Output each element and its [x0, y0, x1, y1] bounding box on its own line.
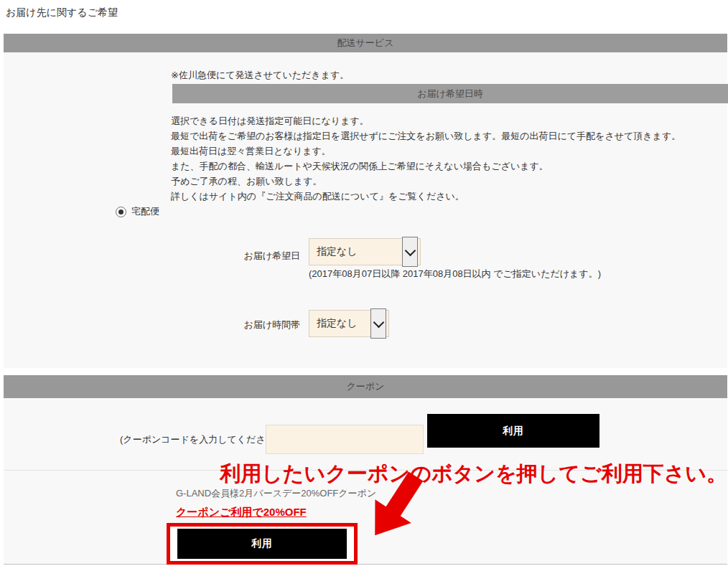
- delivery-datetime-header: お届け希望日時: [172, 84, 728, 103]
- coupon-code-input[interactable]: [266, 425, 424, 454]
- coupon-button-highlight-frame: 利用: [167, 523, 358, 565]
- info-line: また、手配の都合、輸送ルートや天候状況の関係上ご希望にそえない場合もございます。: [171, 159, 681, 174]
- coupon-name: G-LAND会員様2月バースデー20%OFFクーポン: [176, 487, 376, 500]
- delivery-time-select-value: 指定なし: [317, 317, 358, 330]
- coupon-instruction-text: 利用したいクーポンのボタンを押してご利用下さい。: [220, 460, 727, 489]
- delivery-date-select[interactable]: 指定なし: [309, 238, 421, 265]
- info-line: 最短出荷日は翌々営業日となります。: [171, 143, 681, 159]
- info-line: 詳しくはサイト内の『ご注文商品の配送について』をご覧ください。: [171, 189, 681, 204]
- delivery-method-label: 宅配便: [131, 205, 159, 218]
- delivery-time-select[interactable]: 指定なし: [309, 310, 389, 337]
- delivery-method-option[interactable]: 宅配便: [116, 205, 159, 218]
- carrier-note: ※佐川急便にて発送させていただきます。: [171, 69, 349, 82]
- radio-selected-icon[interactable]: [116, 207, 126, 217]
- delivery-date-select-value: 指定なし: [317, 245, 358, 258]
- info-line: 最短で出荷をご希望のお客様は指定日を選択せずにご注文をお願い致します。最短の出荷…: [171, 128, 681, 143]
- select-arrow-button[interactable]: [402, 237, 418, 267]
- chevron-down-icon: [404, 245, 416, 256]
- use-coupon-code-button[interactable]: 利用: [427, 414, 599, 448]
- info-line: 選択できる日付は発送指定可能日になります。: [171, 113, 681, 128]
- select-arrow-button[interactable]: [370, 308, 386, 339]
- delivery-time-label: お届け時間帯: [214, 319, 300, 331]
- delivery-info-text: 選択できる日付は発送指定可能日になります。 最短で出荷をご希望のお客様は指定日を…: [171, 113, 681, 204]
- coupon-offer-text: クーポンご利用で20%OFF: [176, 506, 307, 519]
- checkout-delivery-page: お届け先に関するご希望 配送サービス ※佐川急便にて発送させていただきます。 お…: [0, 0, 728, 566]
- coupon-code-label: (クーポンコードを入力してください): [120, 433, 278, 446]
- shipping-service-header: 配送サービス: [4, 34, 727, 52]
- chevron-down-icon: [373, 316, 384, 328]
- red-arrow-icon: [353, 466, 439, 552]
- coupon-header: クーポン: [4, 375, 727, 398]
- info-line: 予めご了承の程、お願い致します。: [171, 174, 681, 189]
- page-title: お届け先に関するご希望: [6, 6, 118, 19]
- use-coupon-button[interactable]: 利用: [177, 529, 347, 559]
- delivery-date-label: お届け希望日: [214, 250, 300, 263]
- delivery-date-range-note: (2017年08月07日以降 2017年08月08日以内 でご指定いただけます。…: [309, 268, 601, 280]
